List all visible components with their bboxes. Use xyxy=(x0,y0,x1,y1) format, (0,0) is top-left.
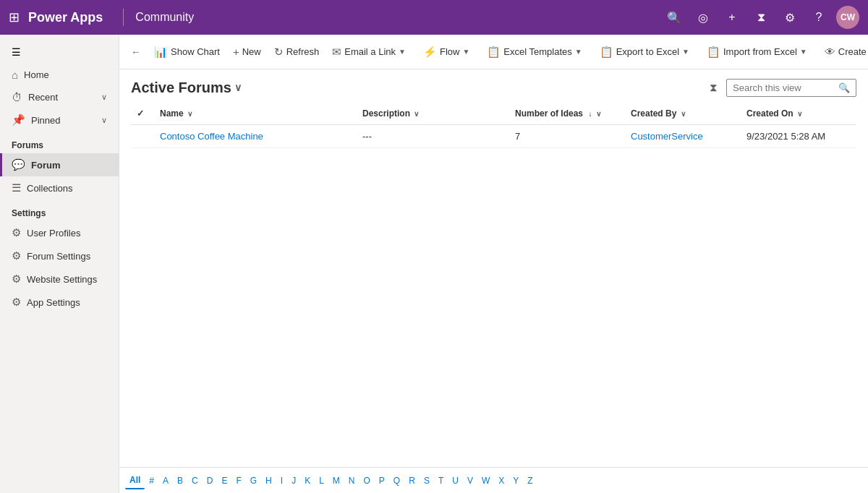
alpha-item-#[interactable]: # xyxy=(145,473,158,489)
createdon-sort-icon: ∨ xyxy=(797,110,802,118)
excel-templates-label: Excel Templates xyxy=(503,46,571,57)
back-button[interactable]: ← xyxy=(125,43,147,61)
view-title-chevron-icon[interactable]: ∨ xyxy=(234,82,242,93)
refresh-button[interactable]: ↻ Refresh xyxy=(268,42,326,62)
create-view-label: Create view xyxy=(838,46,868,57)
col-header-check[interactable]: ✓ xyxy=(131,103,154,125)
sidebar-item-pinned[interactable]: 📌 Pinned ∨ xyxy=(0,108,119,132)
excel-templates-dropdown-icon: ▼ xyxy=(575,48,582,56)
new-button[interactable]: + New xyxy=(227,42,267,61)
alpha-item-b[interactable]: B xyxy=(173,473,187,489)
row-name-link[interactable]: Contoso Coffee Machine xyxy=(160,131,263,142)
row-name: Contoso Coffee Machine xyxy=(154,125,357,148)
search-icon[interactable]: 🔍 xyxy=(663,6,686,29)
alpha-item-t[interactable]: T xyxy=(434,473,448,489)
toolbar: ← 📊 Show Chart + New ↻ Refresh ✉ Email a… xyxy=(119,35,868,69)
col-header-created-on[interactable]: Created On ∨ xyxy=(741,103,856,125)
avatar[interactable]: CW xyxy=(836,6,859,29)
alpha-item-k[interactable]: K xyxy=(300,473,315,489)
sidebar-item-collections[interactable]: ☰ Collections xyxy=(0,176,119,200)
sidebar-item-collections-label: Collections xyxy=(27,183,73,194)
alpha-item-s[interactable]: S xyxy=(420,473,434,489)
refresh-label: Refresh xyxy=(286,46,320,57)
col-header-description[interactable]: Description ∨ xyxy=(357,103,509,125)
sidebar: ☰ ⌂ Home ⏱ Recent ∨ 📌 Pinned ∨ Forums 💬 … xyxy=(0,35,119,493)
email-icon: ✉ xyxy=(332,46,341,59)
help-circle-icon[interactable]: ◎ xyxy=(692,6,715,29)
data-table: ✓ Name ∨ Description ∨ Number of Ideas ↓ xyxy=(131,103,856,148)
alpha-item-p[interactable]: P xyxy=(375,473,389,489)
flow-button[interactable]: ⚡ Flow ▼ xyxy=(417,42,475,62)
sidebar-item-forum-settings[interactable]: ⚙ Forum Settings xyxy=(0,244,119,267)
col-header-ideas[interactable]: Number of Ideas ↓ ∨ xyxy=(509,103,625,125)
table-container: ✓ Name ∨ Description ∨ Number of Ideas ↓ xyxy=(119,103,868,467)
sidebar-item-pinned-label: Pinned xyxy=(31,115,60,126)
alpha-item-r[interactable]: R xyxy=(404,473,420,489)
create-view-button[interactable]: 👁 Create view xyxy=(819,42,868,61)
forum-settings-icon: ⚙ xyxy=(12,249,21,262)
export-dropdown-icon: ▼ xyxy=(682,48,689,56)
app-name: Power Apps xyxy=(28,10,103,25)
row-created-on: 9/23/2021 5:28 AM xyxy=(741,125,856,148)
new-label: New xyxy=(242,46,261,57)
pinned-expand-icon: ∨ xyxy=(101,116,107,125)
alpha-item-d[interactable]: D xyxy=(203,473,218,489)
collections-icon: ☰ xyxy=(12,181,21,194)
alpha-item-all[interactable]: All xyxy=(125,472,145,489)
email-link-button[interactable]: ✉ Email a Link ▼ xyxy=(326,42,412,62)
top-nav: ⊞ Power Apps Community 🔍 ◎ + ⧗ ⚙ ? CW xyxy=(0,0,868,35)
row-check[interactable] xyxy=(131,125,154,148)
alpha-item-g[interactable]: G xyxy=(246,473,261,489)
alpha-item-m[interactable]: M xyxy=(328,473,344,489)
export-icon: 📋 xyxy=(600,46,613,59)
col-header-name[interactable]: Name ∨ xyxy=(154,103,357,125)
alpha-item-c[interactable]: C xyxy=(187,473,203,489)
show-chart-label: Show Chart xyxy=(171,46,220,57)
alpha-item-x[interactable]: X xyxy=(494,473,509,489)
alpha-item-e[interactable]: E xyxy=(217,473,231,489)
alpha-item-w[interactable]: W xyxy=(477,473,494,489)
nav-divider xyxy=(123,9,124,26)
alpha-item-a[interactable]: A xyxy=(158,473,173,489)
import-excel-button[interactable]: 📋 Import from Excel ▼ xyxy=(701,42,813,62)
grid-icon[interactable]: ⊞ xyxy=(9,9,20,25)
flow-dropdown-icon: ▼ xyxy=(462,48,469,56)
search-input[interactable] xyxy=(733,82,835,93)
alpha-item-j[interactable]: J xyxy=(287,473,300,489)
add-icon[interactable]: + xyxy=(720,6,744,29)
chart-icon: 📊 xyxy=(154,46,168,59)
settings-icon[interactable]: ⚙ xyxy=(778,6,801,29)
alpha-item-f[interactable]: F xyxy=(231,473,245,489)
sidebar-item-user-profiles[interactable]: ⚙ User Profiles xyxy=(0,221,119,244)
sidebar-item-home[interactable]: ⌂ Home xyxy=(0,64,119,86)
sidebar-item-app-settings-label: App Settings xyxy=(27,297,80,308)
sidebar-item-website-settings[interactable]: ⚙ Website Settings xyxy=(0,267,119,291)
alpha-item-y[interactable]: Y xyxy=(509,473,523,489)
alpha-item-u[interactable]: U xyxy=(448,473,463,489)
alpha-item-n[interactable]: N xyxy=(344,473,359,489)
alpha-item-l[interactable]: L xyxy=(315,473,328,489)
table-row: Contoso Coffee Machine --- 7 CustomerSer… xyxy=(131,125,856,148)
alpha-item-z[interactable]: Z xyxy=(523,473,537,489)
alpha-item-v[interactable]: V xyxy=(463,473,477,489)
col-header-created-by[interactable]: Created By ∨ xyxy=(625,103,741,125)
sidebar-item-app-settings[interactable]: ⚙ App Settings xyxy=(0,291,119,314)
help-icon[interactable]: ? xyxy=(807,6,830,29)
alpha-item-q[interactable]: Q xyxy=(389,473,404,489)
forums-section-label: Forums xyxy=(0,132,119,153)
alpha-item-o[interactable]: O xyxy=(359,473,375,489)
alpha-item-h[interactable]: H xyxy=(261,473,276,489)
row-created-by-link[interactable]: CustomerService xyxy=(631,131,703,142)
sidebar-item-recent[interactable]: ⏱ Recent ∨ xyxy=(0,86,119,108)
sidebar-hamburger[interactable]: ☰ xyxy=(0,40,119,64)
section-name: Community xyxy=(135,11,194,24)
filter-icon[interactable]: ⧗ xyxy=(749,6,773,29)
search-submit-icon[interactable]: 🔍 xyxy=(838,82,850,93)
sidebar-item-forum[interactable]: 💬 Forum xyxy=(0,153,119,176)
view-filter-icon[interactable]: ⧗ xyxy=(707,78,720,97)
excel-templates-button[interactable]: 📋 Excel Templates ▼ xyxy=(481,42,587,62)
show-chart-button[interactable]: 📊 Show Chart xyxy=(148,42,226,62)
row-description: --- xyxy=(357,125,509,148)
alpha-item-i[interactable]: I xyxy=(276,473,287,489)
export-excel-button[interactable]: 📋 Export to Excel ▼ xyxy=(594,42,695,62)
